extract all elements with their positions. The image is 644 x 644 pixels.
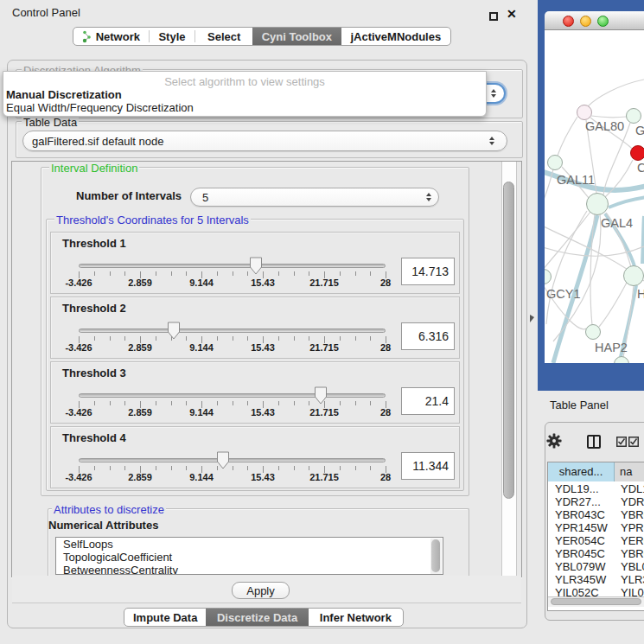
- threshold-panel: Threshold 2 -3.4262.8599.14415.4321.7152…: [50, 296, 460, 359]
- node-partial[interactable]: [615, 357, 629, 364]
- table-row[interactable]: YER054CYER0: [548, 534, 644, 547]
- threshold-value-field[interactable]: 11.344: [401, 452, 455, 480]
- node-label: C: [637, 161, 644, 175]
- threshold-value-field[interactable]: 21.4: [401, 387, 455, 415]
- network-canvas[interactable]: GAL80 GA C GAL11 GAL4 GCY1 H HAP2: [545, 30, 644, 363]
- float-icon[interactable]: [489, 12, 498, 21]
- tab-style[interactable]: Style: [150, 28, 195, 45]
- table-row[interactable]: YDL19...YDL1: [548, 482, 644, 495]
- table-data-label: Table Data: [22, 116, 79, 129]
- table-panel-title: Table Panel: [550, 399, 609, 411]
- list-scrollbar-thumb[interactable]: [431, 539, 440, 572]
- node-gal11[interactable]: [548, 156, 563, 170]
- tab-impute-data[interactable]: Impute Data: [124, 609, 206, 626]
- table-row[interactable]: YDR27...YDR2: [548, 495, 644, 508]
- popup-option-manual[interactable]: Manual Discretization: [6, 88, 122, 101]
- cell-shared-name: YLR345W: [555, 573, 606, 586]
- table-row[interactable]: YBL079WYBL0: [548, 560, 644, 573]
- number-of-intervals-spinner[interactable]: 5: [190, 188, 439, 207]
- cell-name: YBL0: [621, 560, 644, 573]
- apply-button[interactable]: Apply: [232, 582, 290, 599]
- node-label: GAL11: [557, 173, 595, 187]
- tab-cyni-toolbox[interactable]: Cyni Toolbox: [252, 28, 341, 45]
- node-hap2[interactable]: [586, 325, 601, 340]
- tab-infer-network[interactable]: Infer Network: [309, 609, 403, 626]
- popup-hint[interactable]: Select algorithm to view settings: [3, 75, 486, 88]
- threshold-value-field[interactable]: 6.316: [401, 322, 455, 350]
- network-window-titlebar[interactable]: [545, 11, 644, 30]
- vertical-scrollbar-thumb[interactable]: [503, 182, 514, 499]
- network-icon: [82, 30, 92, 43]
- list-item[interactable]: SelfLoops: [56, 538, 443, 551]
- slider-thumb[interactable]: [216, 451, 229, 469]
- node-label: H: [637, 287, 644, 301]
- column-header-name[interactable]: na: [615, 462, 644, 481]
- tab-select[interactable]: Select: [195, 28, 252, 45]
- cell-shared-name: YBL079W: [555, 560, 606, 573]
- zoom-traffic-light[interactable]: [597, 16, 609, 27]
- node-label: GA: [635, 124, 644, 137]
- minimize-traffic-light[interactable]: [580, 16, 591, 27]
- cell-shared-name: YBR043C: [555, 508, 605, 521]
- cell-shared-name: YER054C: [555, 534, 605, 547]
- column-header-shared[interactable]: shared...: [548, 462, 615, 481]
- cell-name: YPR1: [621, 521, 644, 534]
- table-data-combo[interactable]: galFiltered.sif default node: [22, 131, 507, 151]
- slider-thumb[interactable]: [249, 257, 262, 275]
- node-gal80[interactable]: [577, 105, 592, 120]
- gear-icon[interactable]: [546, 433, 562, 449]
- cell-name: YDR2: [621, 495, 644, 508]
- list-item[interactable]: BetweennessCentrality: [56, 564, 443, 575]
- screenshot-root: Control Panel ✕ Network Style Select Cyn…: [0, 0, 644, 644]
- column-layout-icon[interactable]: [587, 435, 601, 449]
- node-label: HAP2: [595, 341, 628, 354]
- bottom-tabs: Impute Data Discretize Data Infer Networ…: [124, 608, 404, 627]
- node-label: GAL80: [585, 119, 624, 133]
- slider-scale: -3.4262.8599.14415.4321.71528: [51, 233, 459, 293]
- algorithm-dropdown-popup: Select algorithm to view settings Manual…: [3, 71, 487, 117]
- cell-shared-name: YDR27...: [555, 495, 601, 508]
- node-label: GAL4: [601, 216, 633, 230]
- list-scrollbar-track[interactable]: [430, 539, 442, 574]
- threshold-value-field[interactable]: 14.713: [401, 258, 455, 285]
- slider-scale: -3.4262.8599.14415.4321.71528: [51, 427, 459, 488]
- table-row[interactable]: YBR045CYBR0: [548, 547, 644, 560]
- select-columns-icon[interactable]: [616, 437, 639, 447]
- tab-network[interactable]: Network: [73, 28, 149, 45]
- threshold-panel: Threshold 3 -3.4262.8599.14415.4321.7152…: [50, 361, 460, 424]
- slider-scale: -3.4262.8599.14415.4321.71528: [51, 362, 459, 423]
- slider-thumb[interactable]: [167, 322, 180, 340]
- network-view-window: GAL80 GA C GAL11 GAL4 GCY1 H HAP2: [538, 0, 644, 391]
- node-gal4[interactable]: [587, 194, 609, 215]
- control-panel-tabs: Network Style Select Cyni Toolbox jActiv…: [73, 27, 451, 46]
- number-of-intervals-label: Number of Intervals: [76, 189, 182, 202]
- cell-name: YDL1: [621, 482, 644, 495]
- close-traffic-light[interactable]: [563, 16, 574, 27]
- combo-arrows-icon: [489, 137, 494, 145]
- node-gcy1[interactable]: [545, 270, 552, 284]
- attributes-list[interactable]: SelfLoops TopologicalCoefficient Between…: [55, 537, 443, 575]
- popup-option-equal-width[interactable]: Equal Width/Frequency Discretization: [6, 101, 194, 114]
- tab-jactivemnodules[interactable]: jActiveMNodules: [341, 28, 450, 45]
- numerical-attributes-label: Numerical Attributes: [48, 519, 158, 532]
- cell-name: YBR0: [621, 547, 644, 560]
- spinner-arrows-icon: [426, 193, 431, 201]
- close-icon[interactable]: ✕: [507, 7, 517, 21]
- node-ga[interactable]: [627, 109, 641, 124]
- horizontal-scrollbar-track[interactable]: [548, 596, 644, 607]
- combo-arrows-icon: [491, 89, 496, 98]
- control-panel-title: Control Panel: [12, 6, 80, 19]
- list-item[interactable]: TopologicalCoefficient: [56, 551, 443, 564]
- attributes-label: Attributes to discretize: [52, 503, 166, 516]
- table-row[interactable]: YPR145WYPR1: [548, 521, 644, 534]
- threshold-coordinates-label: Threshold's Coordinates for 5 Intervals: [54, 214, 251, 226]
- node-red[interactable]: [631, 146, 644, 161]
- interval-definition-label: Interval Definition: [49, 162, 139, 175]
- horizontal-scrollbar-thumb[interactable]: [551, 598, 641, 605]
- table-row[interactable]: YBR043CYBR0: [548, 508, 644, 521]
- node-h[interactable]: [624, 266, 644, 286]
- tab-discretize-data[interactable]: Discretize Data: [206, 609, 308, 626]
- slider-scale: -3.4262.8599.14415.4321.71528: [51, 297, 459, 358]
- table-row[interactable]: YLR345WYLR3: [548, 573, 644, 586]
- slider-thumb[interactable]: [314, 386, 327, 405]
